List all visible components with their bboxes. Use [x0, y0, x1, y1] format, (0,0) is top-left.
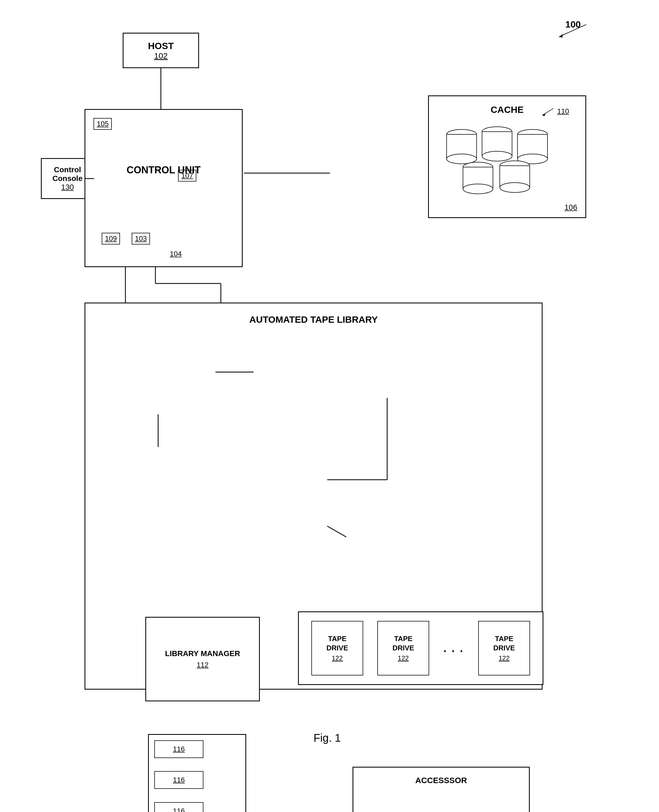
cache-ref-110: 110 — [557, 107, 569, 116]
figure-caption: Fig. 1 — [314, 732, 341, 744]
td2-ref: 122 — [398, 655, 409, 662]
host-label: HOST — [148, 41, 174, 51]
diagram-container: 100 HOST 102 ControlConsole 130 105 107 … — [41, 16, 613, 752]
tape-drive-2: TAPEDRIVE 122 — [377, 621, 429, 675]
host-ref: 102 — [154, 51, 168, 60]
cell-1: 116 — [155, 740, 203, 758]
cell-ref-2: 116 — [173, 776, 184, 784]
cache-box: CACHE 110 — [428, 95, 586, 218]
lm-label: LIBRARY MANAGER — [165, 649, 240, 658]
cu-ref-109: 109 — [102, 233, 120, 244]
td3-ref: 122 — [499, 655, 509, 662]
cache-ref-106: 106 — [564, 203, 577, 212]
library-manager-box: LIBRARY MANAGER 112 — [145, 617, 260, 701]
control-unit-box: 105 107 CONTROL UNIT 109 103 104 — [85, 109, 243, 267]
host-box: HOST 102 — [123, 33, 199, 68]
td2-label: TAPEDRIVE — [393, 634, 414, 653]
cells-area: 116 116 116 • • • 116 114 — [148, 734, 246, 812]
cell-3: 116 — [155, 802, 203, 812]
lm-ref: 112 — [197, 661, 208, 669]
ref-100-arrow — [551, 22, 592, 41]
console-label: ControlConsole — [52, 165, 82, 183]
td1-label: TAPEDRIVE — [326, 634, 348, 653]
svg-marker-1 — [559, 34, 563, 38]
cache-label: CACHE — [491, 104, 524, 115]
td1-ref: 122 — [332, 655, 343, 662]
cache-cylinders — [443, 123, 568, 194]
svg-point-18 — [500, 183, 530, 192]
svg-point-15 — [463, 184, 493, 194]
atl-box: AUTOMATED TAPE LIBRARY 108 LIBRARY MANAG… — [85, 302, 542, 689]
td3-label: TAPEDRIVE — [493, 634, 515, 653]
cache-arrow — [539, 107, 556, 118]
cu-ref-105: 105 — [93, 118, 112, 130]
cu-ref-104: 104 — [170, 250, 181, 258]
cell-2: 116 — [155, 771, 203, 789]
tape-drives-area: TAPEDRIVE 122 TAPEDRIVE 122 . . . TAPEDR… — [298, 611, 543, 685]
tape-drive-3: TAPEDRIVE 122 — [478, 621, 530, 675]
cell-ref-1: 116 — [173, 745, 184, 754]
svg-line-0 — [559, 25, 586, 37]
tape-drive-1: TAPEDRIVE 122 — [311, 621, 363, 675]
cu-ref-103: 103 — [132, 233, 150, 244]
svg-point-9 — [482, 151, 512, 161]
console-ref: 130 — [61, 183, 74, 192]
cu-label: CONTROL UNIT — [126, 164, 200, 176]
accessor-label: ACCESSSOR — [415, 776, 467, 785]
accessor-box: ACCESSSOR 120 124 118 — [353, 767, 530, 812]
cell-ref-3: 116 — [173, 807, 184, 812]
atl-label: AUTOMATED TAPE LIBRARY — [249, 314, 378, 325]
dots-separator: . . . — [443, 642, 464, 655]
svg-marker-3 — [542, 113, 545, 116]
